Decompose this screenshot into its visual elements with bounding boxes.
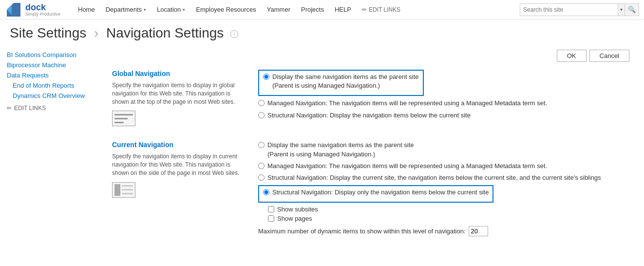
current-nav-label2: Managed Navigation: The navigation items… bbox=[267, 162, 547, 171]
current-nav-option2: Managed Navigation: The navigation items… bbox=[258, 162, 629, 171]
current-nav-desc-text: Specify the navigation items to display … bbox=[112, 152, 248, 177]
nav-help[interactable]: HELP bbox=[330, 0, 356, 19]
show-pages-checkbox[interactable] bbox=[268, 215, 274, 222]
global-nav-section: Global Navigation Specify the navigation… bbox=[112, 70, 629, 126]
global-nav-label1: Display the same navigation items as the… bbox=[272, 73, 419, 90]
global-nav-radio2[interactable] bbox=[258, 100, 265, 106]
current-nav-icon bbox=[112, 182, 248, 198]
current-nav-option4-box: Structural Navigation: Display only the … bbox=[258, 185, 493, 203]
sidebar-biprocessor[interactable]: Biprocessor Machine bbox=[0, 60, 97, 70]
global-nav-option2: Managed Navigation: The navigation items… bbox=[258, 99, 629, 108]
nav-employee-resources[interactable]: Employee Resources bbox=[191, 0, 261, 19]
global-nav-description: Global Navigation Specify the navigation… bbox=[112, 70, 258, 126]
breadcrumb-separator: › bbox=[94, 25, 98, 40]
sidebar-edit-links[interactable]: ✏ EDIT LINKS bbox=[0, 101, 97, 115]
global-nav-title: Global Navigation bbox=[112, 70, 248, 77]
current-nav-radio2[interactable] bbox=[258, 163, 265, 169]
show-subsites-checkbox[interactable] bbox=[268, 206, 274, 212]
search-dropdown-btn[interactable]: ▾ bbox=[618, 4, 625, 16]
current-nav-label4: Structural Navigation: Display only the … bbox=[272, 188, 489, 197]
logo-text: dock bbox=[25, 3, 60, 12]
current-nav-sublabel1: (Parent is using Managed Navigation.) bbox=[267, 151, 375, 158]
location-caret: ▾ bbox=[183, 7, 185, 12]
global-nav-radio1[interactable] bbox=[263, 74, 269, 80]
global-nav-label2: Managed Navigation: The navigation items… bbox=[267, 99, 547, 108]
sidebar-edit-links-label: EDIT LINKS bbox=[14, 105, 46, 112]
current-nav-label1: Display the same navigation items as the… bbox=[267, 141, 414, 158]
max-items-label: Maximum number of dynamic items to show … bbox=[258, 228, 466, 235]
nav-projects[interactable]: Projects bbox=[296, 0, 329, 19]
logo-tagline: Simply Productive bbox=[25, 12, 60, 17]
breadcrumb2: Navigation Settings bbox=[106, 25, 224, 40]
ok-button[interactable]: OK bbox=[557, 50, 587, 62]
global-nav-options: Display the same navigation items as the… bbox=[258, 70, 629, 126]
main-layout: BI Solutions Comparison Biprocessor Mach… bbox=[0, 45, 644, 266]
icon-bar-bot bbox=[114, 122, 124, 123]
global-nav-desc-text: Specify the navigation items to display … bbox=[112, 81, 248, 106]
current-nav-radio3[interactable] bbox=[258, 174, 265, 181]
global-nav-label1-text: Display the same navigation items as the… bbox=[272, 73, 419, 80]
global-nav-icon-mock bbox=[112, 111, 135, 126]
max-items-input[interactable] bbox=[469, 226, 488, 236]
nav-departments[interactable]: Departments ▾ bbox=[101, 0, 151, 19]
current-nav-label3: Structural Navigation: Display the curre… bbox=[267, 173, 601, 182]
sidebar-data-requests[interactable]: Data Requests bbox=[0, 70, 97, 80]
sidebar-bi-solutions[interactable]: BI Solutions Comparison bbox=[0, 50, 97, 60]
current-nav-option1: Display the same navigation items as the… bbox=[258, 141, 629, 158]
global-nav-icon bbox=[112, 111, 248, 126]
search-area: ▾ 🔍 bbox=[520, 3, 639, 16]
content-area: OK Cancel Global Navigation Specify the … bbox=[97, 45, 644, 266]
cur-nav-line3 bbox=[122, 193, 133, 194]
current-nav-label1-text: Display the same navigation items as the… bbox=[267, 141, 414, 149]
icon-bar-mid bbox=[114, 118, 128, 119]
global-nav-label3: Structural Navigation: Display the navig… bbox=[267, 111, 471, 120]
icon-bar-top bbox=[114, 114, 133, 115]
show-subsites-option: Show subsites bbox=[268, 206, 629, 213]
global-nav-option3: Structural Navigation: Display the navig… bbox=[258, 111, 629, 120]
page-title: Site Settings › Navigation Settings i bbox=[10, 25, 238, 40]
cur-nav-col-right bbox=[122, 184, 133, 196]
sidebar: BI Solutions Comparison Biprocessor Mach… bbox=[0, 45, 97, 266]
global-nav-radio3[interactable] bbox=[258, 112, 265, 118]
global-nav-sublabel1: (Parent is using Managed Navigation.) bbox=[272, 82, 380, 89]
nav-edit-links[interactable]: ✏ EDIT LINKS bbox=[357, 6, 405, 13]
breadcrumb1: Site Settings bbox=[10, 25, 86, 40]
info-icon[interactable]: i bbox=[230, 30, 238, 38]
current-nav-options: Display the same navigation items as the… bbox=[258, 141, 629, 236]
cur-nav-col-left bbox=[114, 184, 120, 196]
max-items-row: Maximum number of dynamic items to show … bbox=[258, 226, 629, 236]
nav-location[interactable]: Location ▾ bbox=[152, 0, 190, 19]
current-nav-section: Current Navigation Specify the navigatio… bbox=[112, 141, 629, 236]
nav-home[interactable]: Home bbox=[73, 0, 100, 19]
nav-yammer[interactable]: Yammer bbox=[262, 0, 295, 19]
current-nav-option4: Structural Navigation: Display only the … bbox=[263, 188, 489, 197]
global-nav-option1: Display the same navigation items as the… bbox=[263, 73, 419, 90]
current-nav-description: Current Navigation Specify the navigatio… bbox=[112, 141, 258, 236]
cur-nav-line1 bbox=[122, 185, 133, 187]
show-pages-label: Show pages bbox=[277, 215, 312, 222]
current-nav-icon-mock bbox=[112, 182, 135, 198]
show-pages-option: Show pages bbox=[268, 215, 629, 222]
edit-links-label: EDIT LINKS bbox=[369, 6, 400, 13]
sidebar-end-of-month[interactable]: End of Month Reports bbox=[0, 80, 97, 91]
global-nav-option1-box: Display the same navigation items as the… bbox=[258, 70, 424, 96]
cancel-button[interactable]: Cancel bbox=[589, 50, 629, 62]
search-button[interactable]: 🔍 bbox=[625, 4, 639, 16]
search-input[interactable] bbox=[520, 4, 618, 16]
sidebar-dynamics-crm[interactable]: Dynamics CRM Overview bbox=[0, 91, 97, 101]
current-nav-option3: Structural Navigation: Display the curre… bbox=[258, 173, 629, 182]
top-actions: OK Cancel bbox=[112, 50, 629, 62]
logo-area: dock Simply Productive bbox=[5, 1, 63, 19]
current-nav-radio1[interactable] bbox=[258, 142, 265, 148]
departments-caret: ▾ bbox=[144, 7, 146, 12]
show-subsites-label: Show subsites bbox=[277, 206, 318, 213]
cur-nav-line2 bbox=[122, 189, 133, 190]
sidebar-pencil-icon: ✏ bbox=[7, 105, 12, 112]
current-nav-radio4[interactable] bbox=[263, 189, 269, 195]
pencil-icon: ✏ bbox=[362, 6, 367, 13]
page-title-bar: Site Settings › Navigation Settings i bbox=[0, 19, 644, 45]
top-nav: dock Simply Productive Home Departments … bbox=[0, 0, 644, 19]
nav-links: Home Departments ▾ Location ▾ Employee R… bbox=[73, 0, 520, 19]
logo-icon bbox=[5, 1, 22, 19]
current-nav-title: Current Navigation bbox=[112, 141, 248, 149]
